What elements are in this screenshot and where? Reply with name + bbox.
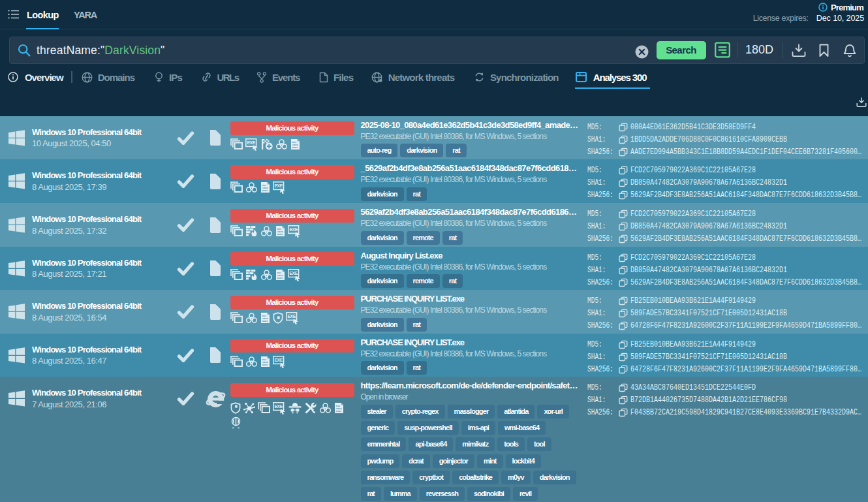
svg-text:EXE: EXE [274,184,283,189]
svg-text:EXE: EXE [289,227,298,232]
svg-text:EXE: EXE [287,315,296,319]
svg-text:0101: 0101 [335,410,342,413]
svg-text:0101: 0101 [262,189,268,193]
svg-text:0101: 0101 [277,232,283,236]
svg-text:EXE: EXE [247,140,255,145]
svg-text:0101: 0101 [262,363,268,366]
svg-text:0101: 0101 [262,320,268,323]
svg-text:EXE: EXE [274,405,283,409]
svg-text:EXE: EXE [289,271,298,275]
svg-text:EXE: EXE [274,358,283,362]
svg-text:0101: 0101 [277,276,283,279]
svg-text:0101: 0101 [292,146,298,149]
